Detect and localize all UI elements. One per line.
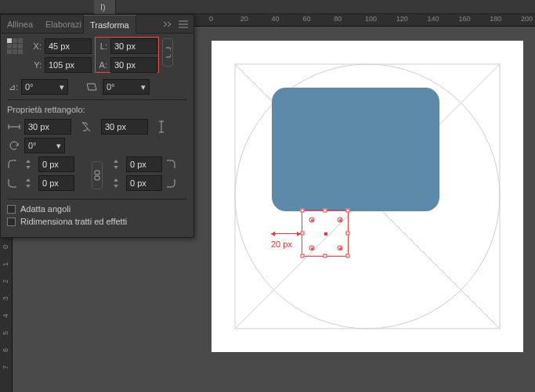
ruler-tick: 160 <box>458 15 470 23</box>
svg-rect-1 <box>95 176 99 180</box>
no-link-icon[interactable] <box>79 120 93 134</box>
corner-bl-field[interactable]: 0 px <box>38 175 74 191</box>
y-field[interactable]: 105 px <box>45 57 92 73</box>
corner-br-icon <box>165 178 176 189</box>
corner-tl-field[interactable]: 0 px <box>38 156 74 172</box>
ruler-tick: 5 <box>2 331 9 335</box>
document-tab[interactable]: I) <box>94 0 116 14</box>
anchor-point[interactable] <box>309 246 315 251</box>
ruler-tick: 80 <box>334 15 342 23</box>
collapse-icon[interactable] <box>162 19 173 30</box>
corner-rotate-icon <box>7 138 21 153</box>
ruler-tick: 2 <box>2 279 9 283</box>
width-field[interactable]: 30 px <box>110 38 157 54</box>
anchor-point[interactable] <box>309 218 315 223</box>
ruler-tick: 0 <box>2 245 9 249</box>
ruler-tick: 200 <box>521 15 533 23</box>
corner-rotate-field[interactable]: 0°▾ <box>24 138 65 153</box>
corner-bl-icon <box>7 178 18 189</box>
tab-process[interactable]: Elaborazi <box>39 15 83 34</box>
ruler-tick: 6 <box>2 348 9 352</box>
chevron-down-icon: ▾ <box>60 82 64 92</box>
anchor-point[interactable] <box>338 246 343 251</box>
stepper-icon[interactable] <box>21 157 35 171</box>
transform-panel: Allinea Elaborazi Trasforma X:45 px Y:10… <box>0 14 194 238</box>
panel-menu-icon[interactable] <box>178 19 189 30</box>
chevron-down-icon: ▾ <box>56 141 61 151</box>
stepper-icon[interactable] <box>109 176 123 190</box>
stepper-icon[interactable] <box>109 157 123 171</box>
rect-height-icon <box>154 120 168 134</box>
selected-square[interactable] <box>302 210 349 257</box>
h-label: A: <box>96 60 107 70</box>
x-field[interactable]: 45 px <box>45 38 92 54</box>
link-wh-toggle[interactable] <box>162 38 173 67</box>
ruler-tick: 180 <box>490 15 501 23</box>
ruler-tick: 100 <box>365 15 377 23</box>
shear-icon <box>85 80 99 94</box>
chevron-down-icon: ▾ <box>141 82 146 92</box>
stepper-icon[interactable] <box>21 176 35 190</box>
artboard[interactable]: 20 px <box>211 41 523 352</box>
rotate-field[interactable]: 0°▾ <box>21 79 68 95</box>
corner-tr-icon <box>165 159 176 170</box>
anchor-point[interactable] <box>338 218 343 223</box>
corner-tl-icon <box>7 159 18 170</box>
tab-transform[interactable]: Trasforma <box>83 15 136 34</box>
ruler-tick: 20 <box>240 15 248 23</box>
center-point <box>324 232 327 236</box>
corner-tr-field[interactable]: 0 px <box>126 156 162 172</box>
ruler-tick: 1 <box>2 262 9 266</box>
measure-arrow <box>271 233 301 234</box>
scale-strokes-label: Ridimensiona tratti ed effetti <box>20 217 127 226</box>
app-top-strip: I) <box>0 0 535 14</box>
link-corners-toggle[interactable] <box>92 161 103 189</box>
scale-strokes-checkbox[interactable]: Ridimensiona tratti ed effetti <box>7 217 187 226</box>
ruler-tick: 3 <box>2 297 9 300</box>
rounded-rectangle-shape[interactable] <box>272 88 439 211</box>
scale-corners-label: Adatta angoli <box>20 204 70 214</box>
shear-field[interactable]: 0°▾ <box>103 79 150 95</box>
corner-br-field[interactable]: 0 px <box>126 175 162 191</box>
ruler-tick: 140 <box>428 15 439 23</box>
ruler-tick: 4 <box>2 314 9 318</box>
measure-label: 20 px <box>271 239 292 249</box>
x-label: X: <box>31 41 42 51</box>
rect-properties-label: Proprietà rettangolo: <box>7 105 187 114</box>
ruler-tick: 120 <box>396 15 408 23</box>
svg-rect-0 <box>95 171 99 174</box>
ruler-tick: 60 <box>302 15 310 23</box>
rotate-label: ⊿: <box>7 82 18 92</box>
rect-width-icon <box>7 120 21 134</box>
ruler-tick: 40 <box>272 15 280 23</box>
rect-height-field[interactable]: 30 px <box>101 119 148 135</box>
height-field[interactable]: 30 px <box>110 57 157 73</box>
y-label: Y: <box>31 60 42 70</box>
reference-point-grid[interactable] <box>7 38 23 54</box>
tab-align[interactable]: Allinea <box>1 15 39 34</box>
ruler-tick: 0 <box>209 15 213 23</box>
rect-width-field[interactable]: 30 px <box>24 119 71 135</box>
panel-tabs: Allinea Elaborazi Trasforma <box>1 15 193 34</box>
w-label: L: <box>96 41 107 51</box>
ruler-tick: 7 <box>2 365 9 369</box>
scale-corners-checkbox[interactable]: Adatta angoli <box>7 204 187 214</box>
